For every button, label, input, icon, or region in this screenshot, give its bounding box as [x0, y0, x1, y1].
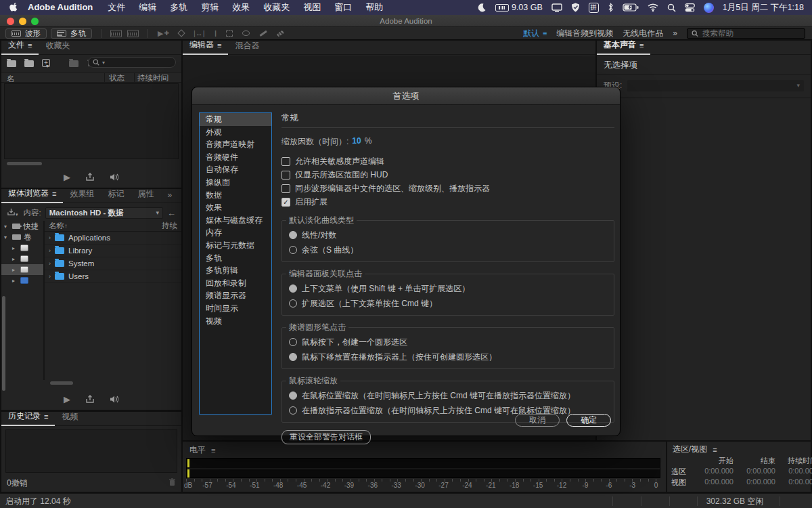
chevron-right-icon[interactable]: ›: [49, 273, 51, 280]
chevron-down-icon[interactable]: ▾: [4, 234, 9, 240]
menu-item-3[interactable]: 多轨: [163, 0, 194, 15]
zoom-factor-row[interactable]: 缩放因数（时间）: 10 %: [281, 136, 614, 148]
reset-warnings-button[interactable]: 重设全部警告对话框: [281, 430, 371, 444]
tab-历史记录[interactable]: 历史记录≡: [1, 410, 55, 426]
help-search-box[interactable]: [687, 28, 805, 39]
help-search-input[interactable]: [702, 29, 800, 37]
pref-category-10[interactable]: 标记与元数据: [200, 239, 271, 252]
chevron-right-icon[interactable]: ▸: [12, 267, 18, 273]
pref-category-15[interactable]: 时间显示: [200, 302, 271, 315]
tree-row-4[interactable]: ▸: [1, 264, 43, 275]
loop-export-icon[interactable]: [85, 395, 95, 404]
radio-row-2-0[interactable]: 鼠标按下，创建一个圆形选区: [289, 335, 607, 350]
tab-文件[interactable]: 文件≡: [1, 39, 39, 55]
workspace-edit-audio-to-video[interactable]: 编辑音频到视频: [556, 28, 613, 39]
panel-menu-icon[interactable]: ≡: [217, 41, 221, 49]
menu-item-1[interactable]: 文件: [101, 0, 132, 15]
radio[interactable]: [289, 338, 297, 346]
workspace-default[interactable]: 默认≡: [523, 28, 547, 39]
marquee-selection-tool-icon[interactable]: [226, 30, 233, 37]
import-icon[interactable]: ▾: [7, 208, 18, 217]
pref-category-1[interactable]: 外观: [200, 126, 271, 139]
chevron-right-icon[interactable]: ›: [49, 247, 51, 254]
speaker-icon[interactable]: [110, 173, 120, 182]
checkbox[interactable]: [281, 184, 290, 193]
loop-export-icon[interactable]: [85, 173, 95, 182]
radio-row-3-0[interactable]: 在鼠标位置缩放（在时间轴标尺上方按住 Cmd 键可在播放指示器位置缩放）: [289, 388, 607, 403]
files-search-box[interactable]: ▾: [88, 57, 176, 68]
waveform-display-icon[interactable]: [110, 30, 122, 37]
files-column-header[interactable]: 名称↑ 状态 持续时间: [1, 72, 181, 83]
checkbox[interactable]: [281, 171, 290, 179]
tab-属性[interactable]: 属性: [131, 188, 160, 203]
chevron-right-icon[interactable]: ›: [49, 234, 51, 241]
tab-标记[interactable]: 标记: [101, 188, 131, 203]
display-icon[interactable]: [551, 3, 562, 12]
pref-category-12[interactable]: 多轨剪辑: [200, 264, 271, 277]
pref-category-0[interactable]: 常规: [200, 113, 271, 126]
razor-tool-icon[interactable]: [179, 30, 184, 36]
pref-category-7[interactable]: 效果: [200, 201, 271, 214]
media-folder-row[interactable]: ›Library: [45, 245, 181, 257]
tab-基本声音[interactable]: 基本声音≡: [597, 39, 650, 55]
tab-收藏夹[interactable]: 收藏夹: [39, 40, 76, 54]
tab-媒体浏览器[interactable]: 媒体浏览器≡: [1, 188, 63, 203]
chevron-right-icon[interactable]: ▸: [12, 278, 18, 284]
slip-tool-icon[interactable]: |↔|: [194, 29, 205, 37]
pref-category-5[interactable]: 操纵面: [200, 176, 271, 189]
tab-视频[interactable]: 视频: [55, 411, 85, 425]
workspace-radio-production[interactable]: 无线电作品: [623, 28, 663, 39]
pref-category-13[interactable]: 回放和录制: [200, 277, 271, 290]
ok-button[interactable]: 确定: [566, 414, 611, 427]
pref-category-8[interactable]: 媒体与磁盘缓存: [200, 214, 271, 227]
media-folder-row[interactable]: ›Applications: [45, 232, 181, 245]
input-method-icon[interactable]: 拼: [589, 3, 599, 13]
tree-row-0[interactable]: ▾快捷: [1, 221, 43, 232]
files-hscrollbar[interactable]: [7, 162, 42, 165]
checkbox-checked[interactable]: ✓: [281, 198, 290, 207]
radio[interactable]: [289, 299, 297, 308]
move-tool-icon[interactable]: ▶✚: [158, 29, 169, 38]
tab-编辑器[interactable]: 编辑器≡: [183, 39, 228, 55]
radio-selected[interactable]: [289, 353, 297, 361]
bluetooth-icon[interactable]: [608, 3, 614, 12]
chevron-down-icon[interactable]: ▾: [4, 224, 9, 230]
pref-category-2[interactable]: 音频声道映射: [200, 138, 271, 151]
minimize-window-button[interactable]: [19, 18, 26, 25]
preferences-category-list[interactable]: 常规外观音频声道映射音频硬件自动保存操纵面数据效果媒体与磁盘缓存内存标记与元数据…: [199, 112, 272, 415]
waveform-view-button[interactable]: 波形: [5, 28, 47, 39]
media-folder-row[interactable]: ›System: [45, 257, 181, 270]
workspace-overflow-icon[interactable]: »: [673, 28, 677, 38]
media-list-header[interactable]: 名称↑ 持续: [45, 221, 181, 232]
tree-row-3[interactable]: ▸: [1, 253, 43, 264]
chevron-right-icon[interactable]: ›: [49, 260, 51, 267]
spotlight-search-icon[interactable]: [667, 3, 676, 12]
panel-menu-icon[interactable]: ≡: [211, 446, 215, 454]
battery-icon[interactable]: [623, 3, 639, 12]
open-file-icon[interactable]: [7, 60, 16, 67]
zoom-window-button[interactable]: [31, 18, 39, 25]
checkbox[interactable]: [281, 157, 290, 166]
radio-row-0-0[interactable]: 线性/对数: [289, 228, 607, 242]
control-center-icon[interactable]: [685, 3, 695, 12]
shield-icon[interactable]: [571, 3, 580, 12]
panel-menu-icon[interactable]: ≡: [44, 412, 48, 421]
menu-item-0[interactable]: Adobe Audition: [20, 0, 101, 15]
menu-item-7[interactable]: 视图: [296, 0, 328, 15]
files-list[interactable]: [4, 83, 179, 159]
apple-icon[interactable]: [9, 3, 18, 13]
tab-混合器[interactable]: 混合器: [228, 40, 266, 54]
menu-item-6[interactable]: 收藏夹: [256, 0, 296, 15]
chevron-right-icon[interactable]: ▸: [12, 256, 18, 262]
radio-row-0-1[interactable]: 余弦（S 曲线）: [289, 242, 607, 257]
pref-category-3[interactable]: 音频硬件: [200, 151, 271, 164]
speaker-icon[interactable]: [110, 395, 120, 404]
siri-icon[interactable]: [704, 3, 714, 13]
pref-checkbox-row-3[interactable]: ✓启用扩展: [281, 195, 614, 209]
radio-row-1-0[interactable]: 上下文菜单（使用 Shift 键 + 单击可扩展选区）: [289, 281, 607, 296]
cancel-button[interactable]: 取消: [515, 414, 560, 427]
radio-selected[interactable]: [289, 391, 297, 400]
pref-checkbox-row-0[interactable]: 允许相关敏感度声道编辑: [281, 154, 614, 168]
radio-selected[interactable]: [289, 284, 297, 293]
radio-row-1-1[interactable]: 扩展选区（上下文菜单按住 Cmd 键）: [289, 296, 607, 311]
